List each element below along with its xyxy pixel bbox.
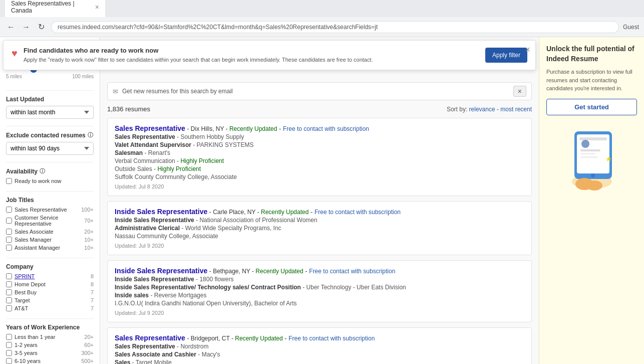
job-titles-filter: Job Titles Sales Representative 100+ Cus… — [6, 197, 94, 251]
free-contact-1[interactable]: Free to contact with subscription — [314, 209, 401, 216]
last-updated-select[interactable]: within last month — [6, 106, 94, 119]
free-contact-2[interactable]: Free to contact with subscription — [309, 268, 395, 275]
illustration: ★ — [546, 121, 637, 193]
page: Distance Within 25 miles of Stamford, CT… — [0, 37, 644, 364]
guest-label: Guest — [623, 24, 639, 31]
work-exp-filter: Years of Work Experience Less than 1 yea… — [6, 324, 94, 364]
get-started-button[interactable]: Get started — [546, 99, 637, 115]
company-cb-4[interactable] — [6, 305, 12, 311]
free-contact-3[interactable]: Free to contact with subscription — [288, 335, 375, 342]
tab-bar: Sales Representatives | Canada × — [0, 0, 644, 17]
work-exp-title: Years of Work Experience — [6, 324, 94, 331]
availability-filter: Availability ⓘ Ready to work now — [6, 167, 94, 184]
job-title-item-4: Assistant Manager 10+ — [6, 245, 94, 251]
forward-button[interactable]: → — [20, 21, 32, 33]
company-title: Company — [6, 263, 94, 270]
job-title-cb-3[interactable] — [6, 237, 12, 243]
work-exp-cb-1[interactable] — [6, 342, 12, 348]
job-title-cb-1[interactable] — [6, 218, 12, 224]
svg-point-4 — [581, 140, 589, 148]
resume-card-3: Sales Representative - Bridgeport, CT - … — [107, 327, 532, 364]
tablet-illustration-svg: ★ — [559, 121, 624, 192]
job-title-item-2: Sales Associate 20+ — [6, 229, 94, 235]
email-bar-text: Get new resumes for this search by email — [122, 88, 509, 95]
work-exp-cb-0[interactable] — [6, 334, 12, 340]
exclude-info-icon[interactable]: ⓘ — [88, 131, 93, 139]
tab-title: Sales Representatives | Canada — [11, 0, 92, 14]
ready-to-work-checkbox[interactable] — [6, 178, 12, 184]
notification-text: Apply the "ready to work now" filter to … — [100, 56, 479, 64]
job-title-item-3: Sales Manager 10+ — [6, 237, 94, 243]
exclude-contacts-title: Exclude contacted resumes ⓘ — [6, 131, 94, 139]
last-updated-title: Last Updated — [6, 96, 94, 103]
availability-info-icon[interactable]: ⓘ — [40, 167, 45, 175]
email-close-button[interactable]: × — [513, 86, 526, 97]
work-exp-cb-3[interactable] — [6, 358, 12, 364]
company-item-1: Home Depot 8 — [6, 281, 94, 287]
email-bar: ✉ Get new resumes for this search by ema… — [107, 82, 532, 100]
unlock-title: Unlock the full potential of Indeed Resu… — [546, 44, 637, 64]
sidebar: Distance Within 25 miles of Stamford, CT… — [0, 37, 100, 364]
company-cb-0[interactable] — [6, 273, 12, 279]
company-item-2: Best Buy 7 — [6, 289, 94, 295]
company-filter: Company SPRINT 8 Home Depot 8 Best Buy 7… — [6, 263, 94, 311]
svg-rect-6 — [580, 153, 595, 154]
results-count: 1,836 resumes — [107, 105, 150, 113]
work-exp-item-2: 3-5 years 300+ — [6, 350, 94, 356]
job-title-cb-0[interactable] — [6, 207, 12, 213]
work-exp-cb-2[interactable] — [6, 350, 12, 356]
mail-icon: ✉ — [113, 88, 118, 95]
sort-info: Sort by: relevance - most recent — [447, 106, 532, 113]
exclude-contacts-select[interactable]: within last 90 days — [6, 142, 94, 155]
resume-card-2: Inside Sales Representative - Bethpage, … — [107, 260, 532, 322]
work-exp-item-1: 1-2 years 60+ — [6, 342, 94, 348]
job-titles-title: Job Titles — [6, 197, 94, 204]
job-title-cb-4[interactable] — [6, 245, 12, 251]
right-panel: Unlock the full potential of Indeed Resu… — [539, 37, 644, 364]
results-header: 1,836 resumes Sort by: relevance - most … — [107, 105, 532, 113]
svg-point-8 — [591, 173, 595, 177]
svg-rect-7 — [580, 156, 598, 158]
resume-card-0: Sales Representative - Dix Hills, NY - R… — [107, 118, 532, 196]
url-text: resumes.indeed.com/search?cfd=90&l=Stamf… — [58, 24, 378, 31]
svg-rect-3 — [579, 137, 607, 140]
company-item-0: SPRINT 8 — [6, 273, 94, 279]
svg-rect-5 — [580, 149, 600, 151]
availability-title: Availability ⓘ — [6, 167, 94, 175]
notification-body: Find candidates who are ready to work no… — [100, 47, 479, 64]
reload-button[interactable]: ↻ — [35, 21, 47, 33]
resume-title-3[interactable]: Sales Representative — [115, 334, 185, 342]
work-exp-item-3: 6-10 years 500+ — [6, 358, 94, 364]
work-exp-item-0: Less than 1 year 20+ — [6, 334, 94, 340]
company-item-3: Target 7 — [6, 297, 94, 303]
back-button[interactable]: ← — [5, 21, 17, 33]
slider-labels: 5 miles 100 miles — [6, 74, 94, 79]
unlock-text: Purchase a subscription to view full res… — [546, 68, 637, 93]
job-title-item-0: Sales Representative 100+ — [6, 207, 94, 213]
sort-recent[interactable]: most recent — [500, 106, 532, 113]
svg-point-10 — [586, 180, 602, 191]
notification-banner: ♥ Find candidates who are ready to work … — [100, 40, 536, 70]
close-banner-button[interactable]: × — [525, 45, 530, 55]
address-bar[interactable]: resumes.indeed.com/search?cfd=90&l=Stamf… — [51, 21, 619, 33]
main-content: ♥ Find candidates who are ready to work … — [100, 37, 539, 364]
resume-card-1: Inside Sales Representative - Carle Plac… — [107, 201, 532, 255]
browser-controls: ← → ↻ — [5, 21, 47, 33]
browser-bar: ← → ↻ resumes.indeed.com/search?cfd=90&l… — [0, 17, 644, 37]
job-title-cb-2[interactable] — [6, 229, 12, 235]
resume-title-0[interactable]: Sales Representative — [115, 124, 185, 132]
browser-tab[interactable]: Sales Representatives | Canada × — [5, 0, 105, 17]
free-contact-0[interactable]: Free to contact with subscription — [283, 125, 369, 132]
apply-filter-button[interactable]: Apply filter — [485, 48, 527, 63]
company-cb-3[interactable] — [6, 297, 12, 303]
company-cb-1[interactable] — [6, 281, 12, 287]
company-cb-2[interactable] — [6, 289, 12, 295]
last-updated-filter: Last Updated within last month — [6, 96, 94, 119]
notification-title: Find candidates who are ready to work no… — [100, 47, 479, 54]
availability-item: Ready to work now — [6, 178, 94, 184]
resume-title-2[interactable]: Inside Sales Representative — [115, 267, 207, 275]
resume-title-1[interactable]: Inside Sales Representative — [115, 208, 207, 216]
job-title-item-1: Customer Service Representative 70+ — [6, 215, 94, 227]
sort-relevance[interactable]: relevance — [469, 106, 495, 113]
tab-close-icon[interactable]: × — [95, 3, 99, 11]
